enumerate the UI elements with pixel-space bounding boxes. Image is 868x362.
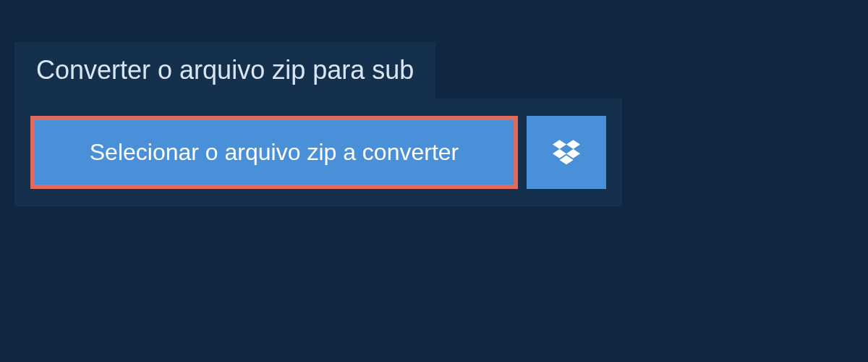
dropbox-icon	[553, 138, 580, 168]
select-file-button[interactable]: Selecionar o arquivo zip a converter	[35, 120, 514, 185]
tab-header: Converter o arquivo zip para sub	[14, 42, 435, 98]
select-file-highlight: Selecionar o arquivo zip a converter	[30, 116, 518, 189]
select-file-label: Selecionar o arquivo zip a converter	[90, 139, 459, 166]
file-select-panel: Selecionar o arquivo zip a converter	[14, 98, 622, 206]
tab-label: Converter o arquivo zip para sub	[36, 55, 414, 85]
dropbox-button[interactable]	[527, 116, 606, 189]
